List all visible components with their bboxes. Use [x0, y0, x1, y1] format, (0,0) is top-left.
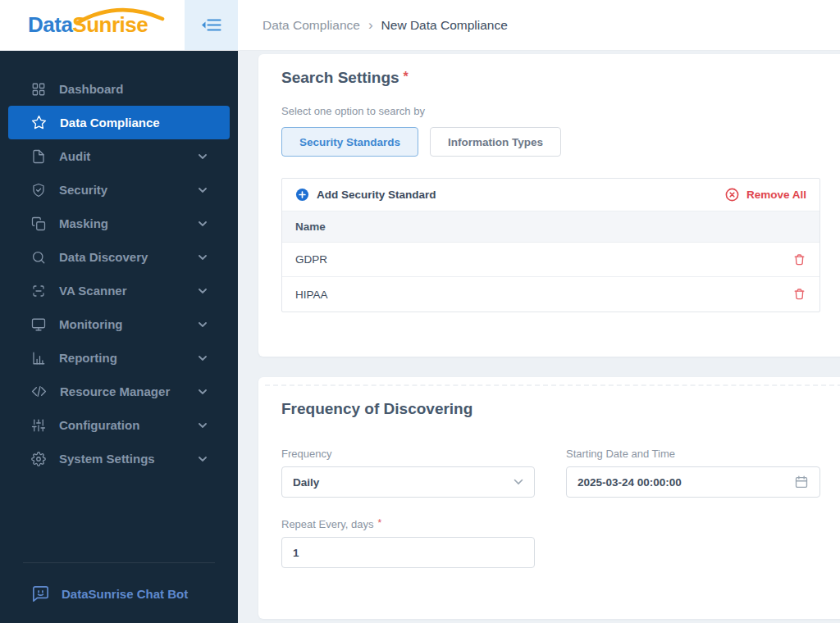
start-date-label: Starting Date and Time [566, 448, 820, 460]
shield-check-icon [31, 183, 46, 198]
sidebar-item-resource-manager[interactable]: Resource Manager [0, 375, 238, 408]
sidebar-divider [23, 562, 215, 563]
frequency-card: Frequency of Discovering Frequency Daily… [258, 377, 840, 619]
bar-chart-icon [31, 351, 46, 366]
add-security-standard-button[interactable]: Add Security Standard [295, 188, 436, 202]
sidebar-item-dashboard[interactable]: Dashboard [0, 72, 238, 106]
trash-icon [792, 287, 806, 302]
chat-bubble-icon [31, 584, 50, 603]
sidebar-item-label: Configuration [59, 418, 139, 432]
search-settings-card: Search Settings* Select one option to se… [258, 54, 840, 357]
sidebar-item-va-scanner[interactable]: VA Scanner [0, 274, 238, 307]
sidebar-item-data-compliance[interactable]: Data Compliance [8, 106, 230, 139]
star-icon [31, 115, 47, 130]
sidebar-item-label: Data Compliance [60, 116, 160, 130]
delete-row-button[interactable] [792, 252, 806, 267]
sidebar-item-label: Resource Manager [60, 384, 170, 398]
sidebar-item-label: Reporting [59, 351, 117, 365]
gear-icon [31, 452, 46, 466]
standard-name: HIPAA [295, 289, 328, 301]
sidebar-item-monitoring[interactable]: Monitoring [0, 307, 238, 341]
sidebar-collapse-button[interactable] [185, 0, 238, 50]
chat-bot-button[interactable]: DataSunrise Chat Bot [0, 584, 238, 603]
plus-circle-icon [295, 188, 309, 202]
scanner-icon [31, 284, 46, 298]
frequency-select[interactable]: Daily [281, 466, 535, 498]
logo-text-data: Data [28, 12, 72, 37]
breadcrumb-separator: › [368, 17, 373, 34]
sidebar: DashboardData ComplianceAuditSecurityMas… [0, 51, 238, 623]
table-row: HIPAA [282, 277, 819, 312]
security-standards-tab[interactable]: Security Standards [281, 127, 418, 157]
chevron-down-icon [199, 289, 207, 293]
sidebar-item-masking[interactable]: Masking [0, 207, 238, 240]
sidebar-item-label: Masking [59, 216, 108, 230]
table-toolbar: Add Security Standard Remove All [282, 179, 819, 211]
table-body: GDPRHIPAA [282, 243, 819, 312]
chevron-down-icon [199, 389, 207, 394]
trash-icon [792, 252, 806, 267]
calendar-icon[interactable] [794, 475, 809, 489]
sliders-icon [31, 418, 46, 433]
chevron-down-icon [199, 221, 207, 226]
sidebar-item-system-settings[interactable]: System Settings [0, 442, 238, 475]
frequency-label: Frequency [281, 448, 535, 460]
sidebar-nav: DashboardData ComplianceAuditSecurityMas… [0, 51, 238, 475]
sidebar-item-label: Monitoring [59, 317, 122, 331]
frequency-field-group: Frequency Daily [281, 448, 535, 498]
chevron-down-icon [199, 322, 207, 327]
chevron-down-icon [199, 356, 207, 361]
sidebar-item-label: System Settings [59, 452, 155, 466]
repeat-field-group: Repeat Every, days* [281, 517, 535, 568]
chevron-down-icon [199, 423, 207, 428]
top-header: DataSunrise Data Compliance › New Data C… [0, 0, 840, 51]
search-by-label: Select one option to search by [281, 105, 834, 117]
remove-all-button[interactable]: Remove All [725, 188, 806, 202]
chevron-down-icon [514, 479, 523, 485]
information-types-tab[interactable]: Information Types [430, 127, 561, 157]
document-icon [31, 149, 46, 164]
frequency-selected-value: Daily [293, 476, 319, 489]
monitor-icon [31, 317, 46, 332]
start-date-input[interactable] [578, 476, 794, 489]
security-standards-table: Add Security Standard Remove All Name GD… [281, 178, 820, 312]
sidebar-item-label: Security [59, 183, 107, 197]
code-icon [31, 384, 47, 399]
frequency-title: Frequency of Discovering [281, 400, 834, 418]
start-date-field-group: Starting Date and Time [566, 448, 820, 498]
dashed-divider [265, 384, 840, 386]
search-by-toggle: Security Standards Information Types [281, 127, 834, 157]
sidebar-item-data-discovery[interactable]: Data Discovery [0, 240, 238, 274]
breadcrumb: Data Compliance › New Data Compliance [262, 0, 508, 50]
repeat-label: Repeat Every, days* [281, 517, 535, 530]
sidebar-item-label: Data Discovery [59, 250, 148, 264]
sidebar-item-audit[interactable]: Audit [0, 139, 238, 173]
sidebar-item-label: Audit [59, 149, 90, 163]
standard-name: GDPR [295, 253, 327, 266]
sidebar-item-label: Dashboard [59, 82, 123, 96]
table-row: GDPR [282, 243, 819, 277]
chevron-down-icon [199, 154, 207, 159]
start-date-control [566, 466, 820, 498]
search-settings-title: Search Settings* [281, 69, 834, 87]
search-icon [31, 250, 46, 265]
x-circle-icon [725, 188, 739, 202]
main-content: Search Settings* Select one option to se… [238, 51, 840, 623]
mask-copy-icon [31, 216, 46, 231]
sidebar-item-reporting[interactable]: Reporting [0, 341, 238, 375]
required-asterisk: * [377, 517, 381, 529]
sidebar-item-label: VA Scanner [59, 284, 127, 298]
dashboard-grid-icon [31, 82, 46, 97]
breadcrumb-current-page: New Data Compliance [381, 18, 508, 33]
required-asterisk: * [404, 70, 409, 84]
sidebar-item-security[interactable]: Security [0, 173, 238, 207]
breadcrumb-parent-link[interactable]: Data Compliance [262, 18, 360, 33]
brand-logo: DataSunrise [0, 0, 185, 50]
column-header-name: Name [282, 211, 819, 243]
collapse-sidebar-icon [200, 16, 222, 34]
delete-row-button[interactable] [792, 287, 806, 302]
logo-text-sunrise: Sunrise [72, 12, 148, 37]
sidebar-item-configuration[interactable]: Configuration [0, 408, 238, 442]
chevron-down-icon [199, 457, 207, 462]
repeat-days-input[interactable] [293, 547, 523, 559]
